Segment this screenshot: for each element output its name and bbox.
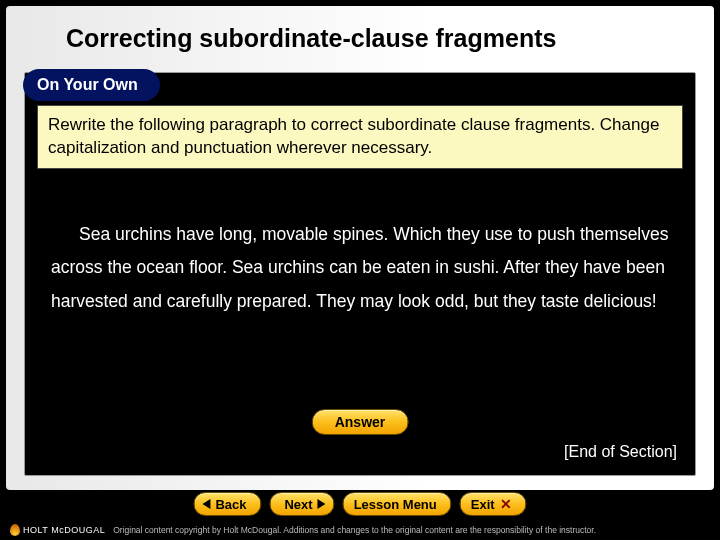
next-label: Next	[284, 497, 312, 512]
exit-button[interactable]: Exit ✕	[460, 492, 527, 516]
slide-card: Correcting subordinate-clause fragments …	[6, 6, 714, 490]
exit-label: Exit	[471, 497, 495, 512]
end-of-section-label: [End of Section]	[564, 443, 677, 461]
content-area: On Your Own Rewrite the following paragr…	[24, 72, 696, 476]
arrow-left-icon	[202, 499, 210, 509]
nav-buttons: Back Next Lesson Menu Exit ✕	[193, 492, 526, 516]
footer: HOLT McDOUGAL Original content copyright…	[10, 524, 710, 536]
next-button[interactable]: Next	[269, 492, 334, 516]
publisher-name: HOLT McDOUGAL	[23, 525, 105, 535]
lesson-menu-label: Lesson Menu	[354, 497, 437, 512]
exercise-paragraph: Sea urchins have long, movable spines. W…	[51, 218, 669, 318]
back-button[interactable]: Back	[193, 492, 261, 516]
copyright-text: Original content copyright by Holt McDou…	[113, 525, 596, 535]
slide-title: Correcting subordinate-clause fragments	[6, 6, 714, 67]
bottom-bar: Back Next Lesson Menu Exit ✕ HOLT McDOUG…	[0, 490, 720, 540]
close-icon: ✕	[500, 496, 512, 512]
arrow-right-icon	[318, 499, 326, 509]
publisher-logo: HOLT McDOUGAL	[10, 524, 105, 536]
lesson-menu-button[interactable]: Lesson Menu	[343, 492, 452, 516]
instruction-box: Rewrite the following paragraph to corre…	[37, 105, 683, 169]
back-label: Back	[215, 497, 246, 512]
flame-icon	[10, 524, 20, 536]
on-your-own-badge: On Your Own	[23, 69, 160, 101]
answer-button[interactable]: Answer	[312, 409, 409, 435]
